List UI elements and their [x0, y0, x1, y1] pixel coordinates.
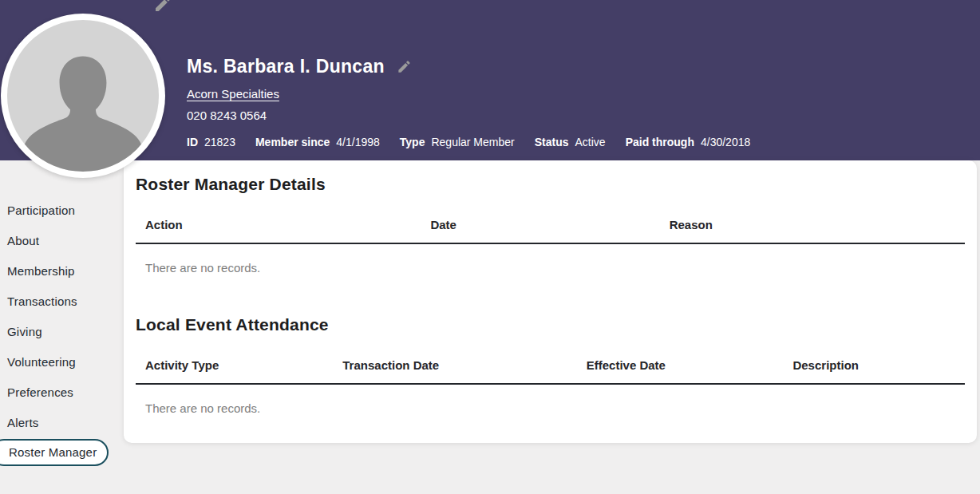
sidebar-item-alerts[interactable]: Alerts	[0, 408, 39, 438]
meta-status-label: Status	[535, 136, 569, 148]
section-roster-manager-details: Roster Manager Details Action Date Reaso…	[136, 174, 965, 275]
column-header-date: Date	[421, 216, 659, 233]
column-header-reason: Reason	[660, 216, 965, 233]
column-header-effective-date: Effective Date	[577, 357, 784, 373]
meta-id-label: ID	[187, 136, 198, 148]
company-link[interactable]: Acorn Specialties	[187, 87, 279, 101]
empty-table-message: There are no records.	[136, 385, 965, 416]
column-header-description: Description	[783, 357, 965, 373]
column-header-activity-type: Activity Type	[136, 357, 333, 373]
page-body: Participation About Membership Transacti…	[0, 160, 980, 494]
meta-id-value: 21823	[204, 136, 235, 148]
sidebar-item-roster-manager[interactable]: Roster Manager	[0, 439, 109, 466]
meta-member-since-label: Member since	[255, 136, 330, 148]
sidebar-item-about[interactable]: About	[0, 226, 39, 256]
sidebar-item-preferences[interactable]: Preferences	[0, 377, 73, 408]
sidebar-item-giving[interactable]: Giving	[0, 317, 42, 347]
meta-type: Type Regular Member	[400, 136, 515, 148]
meta-id: ID 21823	[187, 136, 235, 148]
sidebar-item-participation[interactable]: Participation	[0, 196, 75, 226]
meta-member-since: Member since 4/1/1998	[255, 136, 380, 148]
phone-number: 020 8243 0564	[187, 109, 750, 122]
column-header-action: Action	[136, 216, 421, 233]
meta-status-value: Active	[575, 136, 606, 148]
meta-paid-through-value: 4/30/2018	[701, 136, 750, 148]
member-summary: Ms. Barbara I. Duncan Acorn Specialties …	[187, 0, 750, 148]
avatar-placeholder-image	[7, 20, 159, 172]
member-meta-row: ID 21823 Member since 4/1/1998 Type Regu…	[187, 136, 750, 148]
meta-type-label: Type	[400, 136, 425, 148]
section-local-event-attendance: Local Event Attendance Activity Type Tra…	[136, 314, 965, 416]
section-title: Roster Manager Details	[136, 174, 965, 194]
column-header-transaction-date: Transaction Date	[333, 357, 576, 373]
member-name: Ms. Barbara I. Duncan	[187, 56, 385, 77]
meta-paid-through: Paid through 4/30/2018	[626, 136, 751, 148]
avatar[interactable]	[1, 14, 165, 178]
content-card: Roster Manager Details Action Date Reaso…	[124, 160, 977, 443]
sidebar-item-membership[interactable]: Membership	[0, 256, 75, 287]
table-header-row: Action Date Reason	[136, 216, 965, 244]
sidebar-item-volunteering[interactable]: Volunteering	[0, 347, 76, 377]
profile-header: Ms. Barbara I. Duncan Acorn Specialties …	[0, 0, 980, 160]
meta-paid-through-label: Paid through	[626, 136, 694, 148]
meta-type-value: Regular Member	[431, 136, 514, 148]
sidebar-item-transactions[interactable]: Transactions	[0, 287, 77, 317]
section-title: Local Event Attendance	[136, 314, 965, 334]
meta-member-since-value: 4/1/1998	[336, 136, 380, 148]
edit-name-pencil-icon[interactable]	[397, 59, 412, 74]
profile-sidebar-nav: Participation About Membership Transacti…	[0, 196, 124, 466]
table-header-row: Activity Type Transaction Date Effective…	[136, 357, 965, 385]
empty-table-message: There are no records.	[136, 244, 965, 275]
edit-avatar-pencil-icon[interactable]	[153, 0, 172, 14]
meta-status: Status Active	[535, 136, 606, 148]
